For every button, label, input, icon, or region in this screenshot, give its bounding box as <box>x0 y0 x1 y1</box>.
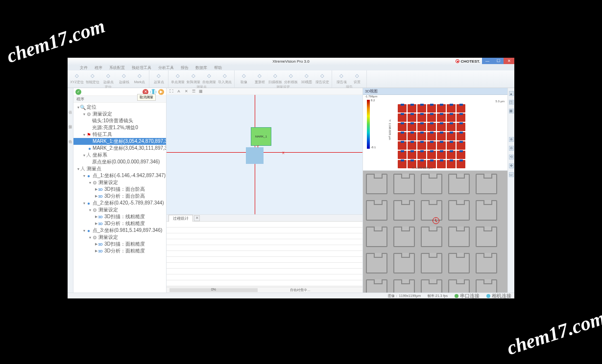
brand-logo-icon <box>456 59 459 63</box>
ribbon-label: 智能定位 <box>86 80 99 85</box>
ribbon-button[interactable]: ◇设置 <box>351 71 363 85</box>
ribbon-label: 边缘线 <box>119 80 129 85</box>
table-row <box>167 274 362 280</box>
ribbon-button[interactable]: ◇XYZ定位 <box>71 71 83 85</box>
tool-button[interactable]: ◫ <box>509 100 514 105</box>
camera-cell <box>476 253 497 273</box>
tree-row[interactable]: 镜头:10倍普通镜头 <box>73 117 166 124</box>
tree-row[interactable]: ▶3D3D扫描：面粗糙度 <box>73 241 166 248</box>
tool-button[interactable]: ▦ <box>509 109 514 114</box>
ribbon-button[interactable]: ◇报告设定 <box>316 71 329 85</box>
tree-row[interactable]: ●MARK_2:坐标(3,054,30,111,897,339) <box>73 145 166 152</box>
mark-1[interactable]: MARK_1 <box>251 127 271 146</box>
tree-row[interactable]: ▼●点_1:坐标(-6.146,-4.942,897.347) <box>73 172 166 179</box>
tree-row[interactable]: ▶3D3D分析：线粗糙度 <box>73 220 166 227</box>
camera-cell <box>448 279 470 293</box>
3d-view[interactable]: -1.796μm 8.2 -8.1 5.3 μm Y: 1198.828 μm … <box>363 95 507 171</box>
tree-row[interactable]: 光源:亮度1.2%,增益0 <box>73 124 166 131</box>
stats-tab[interactable]: 过程统计 <box>169 215 193 222</box>
menu-item[interactable]: 系统配置 <box>109 65 125 70</box>
ribbon-label: 报告设定 <box>315 80 329 85</box>
ribbon-button[interactable]: ◇导入测点 <box>218 71 231 85</box>
tool-button[interactable]: ▲ <box>509 91 514 96</box>
tree-row[interactable]: ▼⚙测量设定 <box>73 206 166 213</box>
grid-icon[interactable]: ▦ <box>198 89 204 94</box>
tree-row[interactable]: ●MARK_1:坐标(3,054,24,870,897,332) <box>73 138 166 145</box>
maximize-button[interactable]: ☐ <box>493 58 504 64</box>
camera-cell <box>476 279 497 293</box>
tree-row[interactable]: ▼⚙测量设定 <box>73 179 166 186</box>
tree-row[interactable]: ▼🔍定位 <box>73 104 166 111</box>
tree-label: 点_3:坐标(0.981,5.149,897.346) <box>93 227 162 234</box>
ribbon-label: 边缘点 <box>103 80 114 85</box>
ribbon-button[interactable]: ◇扫描模板 <box>269 71 282 85</box>
tree-row[interactable]: ▶3D3D分析：面粗糙度 <box>73 248 166 254</box>
list-icon[interactable]: ☰ <box>191 89 196 94</box>
ribbon-button[interactable]: ◇边缘线 <box>118 71 130 85</box>
tree-row[interactable]: ▼人坐标系 <box>73 152 166 159</box>
text-icon[interactable]: A <box>176 89 182 94</box>
tree-row[interactable]: 原点坐标(0.000,0.000,897.346) <box>73 159 166 165</box>
menu-item[interactable]: 报告 <box>181 65 189 70</box>
tree-row[interactable]: ▼●点_2:坐标(0.420,-5.789,897.344) <box>73 200 166 206</box>
canvas-viewport[interactable]: MARK_1 Y X <box>167 95 362 214</box>
tool-button[interactable]: ✥ <box>509 163 514 168</box>
person-icon: 人 <box>86 153 91 158</box>
camera-cell <box>421 227 442 247</box>
ribbon-label: 分析模板 <box>284 80 298 85</box>
tool-button[interactable]: ⊖ <box>509 146 514 151</box>
tree-row[interactable]: ▼⚙测量设定 <box>73 111 166 117</box>
ribbon-label: 矩阵测量 <box>187 80 200 85</box>
ribbon-button[interactable]: ◇智能定位 <box>86 71 99 85</box>
expand-icon[interactable]: ⛶ <box>169 89 174 94</box>
tree-arrow-icon: ▶ <box>94 249 98 253</box>
ribbon-button[interactable]: ◇自动测量 <box>203 71 216 85</box>
tree-row[interactable]: ▼人测量点 <box>73 165 166 172</box>
stats-close-button[interactable]: ✕ <box>194 215 200 221</box>
left-gutter: 仪器 影像测量 自动化 <box>68 88 73 293</box>
menu-item[interactable]: 分析工具 <box>158 65 174 70</box>
menu-item[interactable]: 帮助 <box>214 65 222 70</box>
tree-row[interactable]: ▼⚙测量设定 <box>73 234 166 241</box>
tool-button[interactable]: ⊕ <box>509 137 514 142</box>
menu-item[interactable]: 文件 <box>80 65 88 70</box>
menu-item[interactable]: 预处理工具 <box>132 65 151 70</box>
ribbon-button[interactable]: ◇边缘点 <box>102 71 115 85</box>
tree-row[interactable]: ▶3D3D分析：面台阶高 <box>73 193 166 200</box>
ribbon-button[interactable]: ◇矩阵测量 <box>187 71 200 85</box>
tree-row[interactable]: ▶3D3D扫描：面台阶高 <box>73 186 166 193</box>
ribbon-button[interactable]: ◇运算点 <box>152 71 165 85</box>
delete-icon[interactable]: ✕ <box>183 89 189 94</box>
ribbon-button[interactable]: ◇分析模板 <box>285 71 297 85</box>
status-serial: 串口连接 <box>455 293 480 299</box>
ribbon-label: Mark点 <box>134 80 145 85</box>
tree-arrow-icon: ▼ <box>82 202 86 205</box>
tool-button[interactable]: ⟲ <box>509 155 514 159</box>
menu-item[interactable]: 程序 <box>95 65 102 70</box>
tree-row[interactable]: ▶3D3D扫描：线粗糙度 <box>73 213 166 220</box>
colorbar <box>367 100 370 149</box>
ribbon-button[interactable]: ◇单点测量 <box>171 71 184 85</box>
camera-view[interactable] <box>363 171 507 293</box>
tree-row[interactable]: ▼⚑特征工具 <box>73 131 166 138</box>
ribbon-button[interactable]: ◇报告项 <box>335 71 348 85</box>
ribbon: ◇XYZ定位◇智能定位◇边缘点◇边缘线◇Mark点定位◇运算点◇单点测量◇矩阵测… <box>68 70 514 88</box>
tree-label: 点_1:坐标(-6.146,-4.942,897.347) <box>93 172 166 179</box>
minimize-button[interactable]: — <box>482 58 493 64</box>
axis-y-label: Y <box>257 145 259 148</box>
run-button[interactable]: ✓ <box>75 89 81 95</box>
ribbon-button[interactable]: ◇取像 <box>238 71 250 85</box>
menu-item[interactable]: 数据库 <box>195 65 207 70</box>
brand-text: CHOTEST. <box>460 59 480 64</box>
close-button[interactable]: ✕ <box>504 58 514 64</box>
tree-row[interactable]: ▼●点_3:坐标(0.981,5.149,897.346) <box>73 227 166 234</box>
colorbar-hi: 8.2 <box>371 99 375 102</box>
mark-2[interactable] <box>246 147 264 164</box>
ribbon-icon: ◇ <box>221 71 229 79</box>
ribbon-button[interactable]: ◇3D视图 <box>300 71 313 85</box>
3d-y-axis: Y: 1198.828 μm <box>388 119 391 140</box>
ribbon-button[interactable]: ◇Mark点 <box>133 71 146 85</box>
step-button[interactable]: ▶ <box>158 89 164 95</box>
tool-button[interactable]: ▭ <box>509 172 514 177</box>
ribbon-button[interactable]: ◇重新框 <box>253 71 266 85</box>
